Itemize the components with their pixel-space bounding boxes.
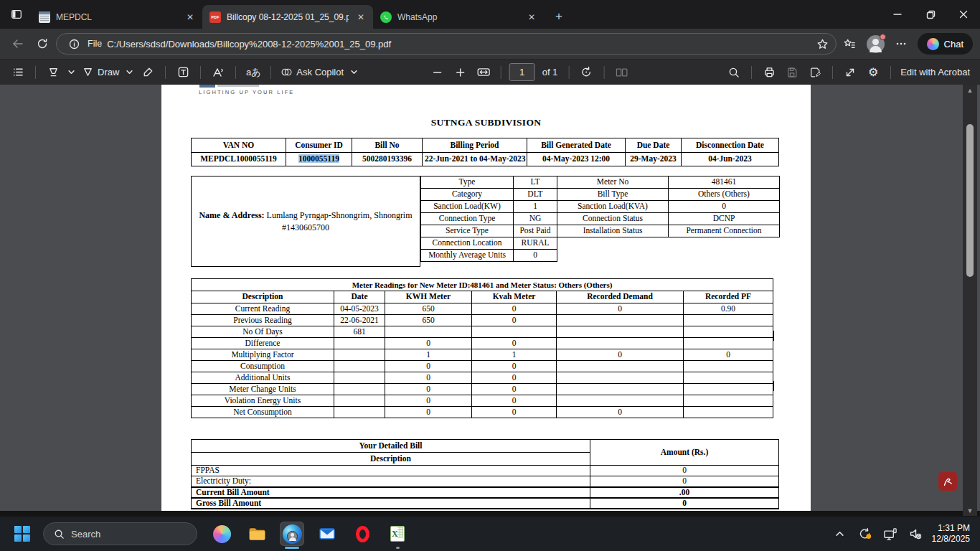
fit-to-width-button[interactable]: [473, 62, 494, 83]
bill-label-cell: Gross Bill Amount: [192, 498, 590, 509]
pdf-settings-button[interactable]: ⚙: [862, 62, 884, 83]
taskbar-file-explorer-button[interactable]: [245, 522, 269, 546]
draw-button[interactable]: Draw: [79, 62, 122, 83]
draw-options-button[interactable]: [123, 62, 136, 83]
meter-table-title: Meter Readings for New Meter ID:481461 a…: [192, 279, 773, 291]
favorites-bar-button[interactable]: [839, 33, 861, 55]
save-as-icon: [809, 67, 821, 78]
screen: MEPDCL ✕ PDF Billcopy 08-12-2025 01_25_0…: [0, 0, 980, 551]
read-aloud-button[interactable]: [207, 62, 229, 83]
meter-cell: 0: [472, 384, 557, 395]
back-button[interactable]: [7, 33, 29, 55]
tab-title: Billcopy 08-12-2025 01_25_09.pdf: [227, 12, 349, 22]
meter-cell: [684, 315, 773, 326]
connection-detail-label: Connection Type: [421, 213, 514, 225]
minus-icon: [433, 67, 443, 77]
meter-cell: [334, 372, 385, 384]
edit-with-acrobat-button[interactable]: Edit with Acrobat: [897, 62, 973, 83]
rotate-button[interactable]: [575, 62, 597, 83]
profile-avatar[interactable]: [867, 35, 885, 53]
tab-mepdcl[interactable]: MEPDCL ✕: [32, 5, 202, 29]
page-view-button[interactable]: [611, 62, 632, 83]
meter-cell: [334, 395, 385, 407]
minimize-button[interactable]: [881, 0, 914, 29]
scrollbar-thumb[interactable]: [966, 124, 974, 277]
url-bar[interactable]: File C:/Users/sdsd/Downloads/Billcopy%20…: [56, 33, 837, 55]
summary-header-cell: Disconnection Date: [682, 138, 779, 153]
meter-data-row: Difference00: [192, 338, 773, 349]
connection-detail-value: 0: [514, 250, 557, 262]
scroll-down-arrow[interactable]: ▼: [963, 505, 977, 516]
mail-icon: [318, 524, 336, 543]
pdf-viewport[interactable]: LIGHTING UP YOUR LIFE SUTNGA SUBDIVISION…: [0, 85, 980, 511]
taskbar-search[interactable]: Search: [43, 522, 197, 545]
meter-cell: 681: [334, 326, 385, 338]
zoom-out-button[interactable]: [427, 62, 448, 83]
meter-data-row: Net Consumption000: [192, 407, 773, 418]
highlight-options-button[interactable]: [65, 62, 77, 83]
taskbar-opera-button[interactable]: [350, 522, 374, 546]
fullscreen-button[interactable]: [839, 62, 861, 83]
summary-header-cell: Due Date: [626, 138, 682, 153]
pdf-page: LIGHTING UP YOUR LIFE SUTNGA SUBDIVISION…: [161, 85, 811, 511]
taskbar-excel-button[interactable]: X: [385, 522, 410, 546]
browser-menu-button[interactable]: [890, 33, 912, 55]
tab-close-icon[interactable]: ✕: [525, 11, 538, 24]
page-info-icon[interactable]: [65, 35, 83, 52]
restore-button[interactable]: [914, 0, 947, 29]
tab-actions-button[interactable]: [7, 5, 26, 24]
favorite-star-button[interactable]: [814, 35, 831, 52]
taskbar-clock[interactable]: 1:31 PM 12/8/2025: [932, 523, 974, 545]
highlight-button[interactable]: [42, 62, 64, 83]
tab-whatsapp[interactable]: WhatsApp ✕: [373, 5, 544, 29]
vertical-scrollbar[interactable]: ▲ ▼: [963, 85, 977, 516]
translate-button[interactable]: aあ: [242, 62, 264, 83]
print-button[interactable]: [758, 62, 780, 83]
fit-width-icon: [476, 67, 490, 77]
meter-cell: 0: [385, 372, 472, 384]
refresh-button[interactable]: [32, 33, 53, 55]
taskbar-mail-button[interactable]: [315, 522, 339, 546]
meter-cell: [557, 315, 684, 326]
save-as-button[interactable]: [804, 62, 826, 83]
taskbar-edge-button[interactable]: [280, 522, 304, 546]
network-tray-icon[interactable]: [882, 525, 899, 542]
meter-cell: 1: [385, 349, 472, 361]
windows-update-tray-icon[interactable]: [857, 525, 874, 542]
start-button[interactable]: [10, 522, 34, 546]
table-of-contents-button[interactable]: [7, 62, 29, 83]
meter-cell: [334, 407, 385, 418]
taskbar-copilot-button[interactable]: [209, 522, 234, 546]
ask-copilot-button[interactable]: Ask Copilot: [278, 62, 347, 83]
volume-muted-tray-icon[interactable]: [907, 525, 924, 542]
tab-close-icon[interactable]: ✕: [354, 11, 367, 24]
star-icon: [816, 38, 829, 50]
tab-billcopy-pdf[interactable]: PDF Billcopy 08-12-2025 01_25_09.pdf ✕: [202, 5, 373, 29]
connection-detail-row: Service TypePost Paid: [421, 225, 557, 237]
page-number-input[interactable]: 1: [509, 63, 535, 81]
search-document-button[interactable]: [723, 62, 745, 83]
add-text-button[interactable]: [172, 62, 194, 83]
close-button[interactable]: [947, 0, 980, 29]
copilot-chat-button[interactable]: Chat: [918, 33, 973, 55]
acrobat-extension-button[interactable]: [938, 472, 957, 491]
summary-value-row: MEPDCL1000055119100005511950028019339622…: [192, 153, 779, 166]
erase-button[interactable]: [137, 62, 159, 83]
save-button[interactable]: [781, 62, 803, 83]
url-text[interactable]: C:/Users/sdsd/Downloads/Billcopy%2008-12…: [107, 39, 809, 50]
new-tab-button[interactable]: +: [550, 7, 568, 26]
meter-cell: [684, 372, 773, 384]
tray-overflow-button[interactable]: [831, 525, 849, 542]
subdivision-title: SUTNGA SUBDIVISION: [161, 117, 811, 128]
zoom-in-button[interactable]: [450, 62, 471, 83]
scroll-up-arrow[interactable]: ▲: [963, 85, 977, 95]
meter-cell: 0: [385, 395, 472, 407]
summary-value-cell: MEPDCL1000055119: [192, 153, 286, 166]
meter-details-table: Meter No481461Bill TypeOthers (Others)Sa…: [557, 176, 780, 237]
ask-copilot-options-button[interactable]: [348, 62, 360, 83]
tab-close-icon[interactable]: ✕: [184, 11, 197, 24]
meter-header-cell: Recorded Demand: [557, 291, 684, 303]
meter-header-cell: Description: [192, 291, 334, 303]
window-controls: [881, 0, 980, 29]
utility-logo-fragment: [217, 85, 259, 87]
